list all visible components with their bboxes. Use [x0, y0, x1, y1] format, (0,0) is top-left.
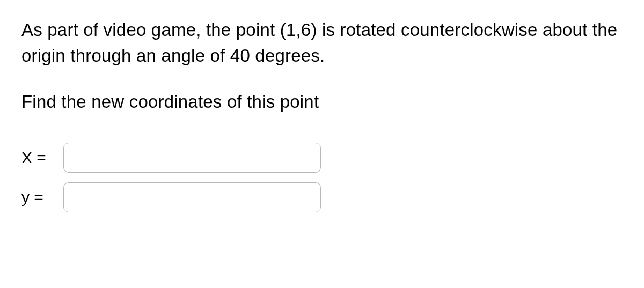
y-label: y = [21, 188, 63, 206]
x-input[interactable] [63, 143, 321, 173]
instruction-text: Find the new coordinates of this point [21, 89, 623, 115]
problem-statement: As part of video game, the point (1,6) i… [21, 17, 623, 69]
y-input[interactable] [63, 182, 321, 212]
x-input-row: X = [21, 143, 623, 173]
x-label: X = [21, 149, 63, 167]
y-input-row: y = [21, 182, 623, 212]
